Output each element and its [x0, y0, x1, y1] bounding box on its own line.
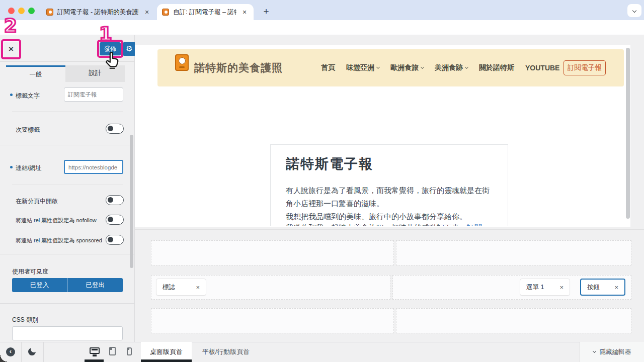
nav-europe[interactable]: 歐洲食旅 [390, 63, 424, 72]
tab-general[interactable]: 一般 [6, 65, 65, 81]
chip-close-icon[interactable]: × [614, 284, 618, 291]
tab-title: 自訂: 訂閱電子報 – 諾特斯的美 [173, 8, 236, 17]
annotation-step-2: 2 [4, 15, 17, 37]
nav-asia[interactable]: 味遊亞洲 [346, 63, 379, 72]
divider [135, 229, 644, 230]
newsletter-paragraphs: 有人說旅行是為了看風景，而我常覺得，旅行的靈魂就是在街角小店裡那一口驚喜的滋味。… [286, 184, 496, 223]
field-css-class: CSS 類別 [12, 316, 38, 324]
hide-editor-button[interactable]: 隱藏編輯器 [580, 342, 644, 362]
gear-icon[interactable]: ⚙ [123, 42, 136, 56]
desktop-device-icon[interactable] [90, 347, 100, 354]
field-open-new-tab: 在新分頁中開啟 [16, 197, 58, 206]
divider [0, 303, 135, 304]
tab-close-icon[interactable]: × [240, 8, 249, 16]
site-favicon-icon [46, 9, 53, 16]
divider [12, 111, 123, 112]
new-tab-button[interactable]: + [261, 6, 272, 17]
site-favicon-icon [162, 9, 169, 16]
builder-empty-cell[interactable] [396, 308, 631, 333]
annotation-step-1: 1 [99, 23, 112, 45]
builder-chip-logo[interactable]: 標誌 × [156, 279, 206, 296]
tab-desktop-header[interactable]: 桌面版頁首 [141, 342, 192, 362]
field-rel-nofollow: 將連結 rel 屬性值設定為 nofollow [16, 217, 97, 224]
chevron-down-icon [421, 65, 424, 69]
tab-tablet-mobile-header[interactable]: 平板/行動版頁首 [194, 342, 258, 362]
chip-close-icon[interactable]: × [196, 284, 200, 291]
rel-sponsored-toggle[interactable] [106, 235, 124, 245]
css-class-input[interactable] [12, 326, 123, 340]
builder-empty-cell[interactable] [151, 240, 394, 265]
builder-empty-cell[interactable] [396, 240, 631, 265]
rel-nofollow-toggle[interactable] [106, 215, 124, 225]
tab-search-chevron-button[interactable] [627, 4, 641, 17]
chip-label: 選單 1 [526, 283, 544, 292]
site-header: 諾特斯的美食護照 首頁 味遊亞洲 歐洲食旅 美洲食跡 關於諾特斯 YOUTUBE… [157, 49, 624, 86]
chip-label: 按鈕 [587, 283, 600, 292]
sidebar-scrollbar[interactable] [130, 135, 133, 268]
builder-chip-button[interactable]: 按鈕 × [580, 279, 625, 296]
tab-title: 訂閱電子報 - 諾特斯的美食護照 [57, 8, 139, 17]
chevron-down-icon [465, 65, 468, 69]
tab-close-icon[interactable]: × [143, 8, 151, 16]
paragraph: 我想把我品嚐到的美味、旅行中的小故事都分享給你。 [286, 210, 496, 223]
clipped-paragraph: 我邀你和我一起踏上美食旅程，把味蕾的感動記下來。訂閱 [286, 223, 496, 226]
divider [0, 145, 135, 145]
modified-dot [10, 166, 13, 168]
open-new-tab-toggle[interactable] [106, 195, 124, 205]
user-visibility-segmented: 已登入 已登出 [12, 278, 123, 292]
chip-label: 標誌 [163, 283, 175, 292]
window-close-button[interactable] [8, 8, 15, 14]
divider [43, 342, 44, 362]
secondary-label-toggle[interactable] [106, 124, 124, 134]
divider [21, 342, 22, 362]
subscribe-cta-button[interactable]: 訂閱電子報 [564, 60, 606, 75]
newsletter-card: 諾特斯電子報 有人說旅行是為了看風景，而我常覺得，旅行的靈魂就是在街角小店裡那一… [270, 144, 508, 226]
field-label-text: 標籤文字 [16, 92, 40, 100]
chevron-down-icon [593, 349, 596, 353]
site-title[interactable]: 諾特斯的美食護照 [194, 49, 283, 86]
tablet-device-icon[interactable] [109, 347, 116, 355]
window-zoom-button[interactable] [28, 8, 35, 14]
nav-about[interactable]: 關於諾特斯 [479, 63, 514, 72]
window-corner [0, 355, 7, 362]
browser-tab-newsletter[interactable]: 訂閱電子報 - 諾特斯的美食護照 × [41, 4, 156, 20]
nav-america[interactable]: 美洲食跡 [435, 63, 468, 72]
modified-dot [10, 94, 13, 96]
inline-link[interactable]: 訂閱 [467, 223, 482, 226]
app-window: 訂閱電子報 - 諾特斯的美食護照 × 自訂: 訂閱電子報 – 諾特斯的美 × +… [0, 0, 644, 362]
browser-toolbar: → notesblogdemo.com/wp-admin/customize.p… [0, 20, 644, 35]
collapse-panel-icon[interactable]: ‹ [6, 347, 15, 356]
window-minimize-button[interactable] [18, 8, 25, 14]
hide-editor-label: 隱藏編輯器 [600, 348, 631, 356]
newsletter-heading: 諾特斯電子報 [286, 155, 373, 173]
chevron-down-icon [632, 9, 636, 13]
link-url-input[interactable]: https://notesblogde [64, 160, 123, 174]
label-text-input[interactable]: 訂閱電子報 [64, 87, 123, 102]
field-user-visibility: 使用者可見度 [12, 267, 48, 276]
active-tab-underline [141, 359, 192, 362]
site-logo-passport-icon[interactable] [175, 54, 189, 71]
browser-tab-customizer[interactable]: 自訂: 訂閱電子報 – 諾特斯的美 × [157, 4, 254, 20]
field-link-url: 連結/網址 [16, 164, 41, 172]
logged-out-button[interactable]: 已登出 [67, 278, 123, 292]
field-rel-sponsored: 將連結 rel 屬性值設定為 sponsored [16, 237, 102, 244]
site-nav: 首頁 味遊亞洲 歐洲食旅 美洲食跡 關於諾特斯 YOUTUBE [321, 49, 559, 86]
logged-in-button[interactable]: 已登入 [12, 278, 67, 292]
divider [0, 254, 135, 254]
builder-empty-cell[interactable] [151, 308, 394, 333]
browser-tabstrip: 訂閱電子報 - 諾特斯的美食護照 × 自訂: 訂閱電子報 – 諾特斯的美 × + [0, 0, 644, 20]
nav-youtube[interactable]: YOUTUBE [525, 64, 559, 72]
phone-device-icon[interactable] [127, 347, 132, 355]
divider [12, 184, 123, 185]
chevron-down-icon [376, 65, 380, 69]
builder-chip-menu[interactable]: 選單 1 × [520, 279, 570, 296]
cursor-hand-icon [103, 50, 121, 70]
annotation-box-close [1, 39, 21, 59]
paragraph: 有人說旅行是為了看風景，而我常覺得，旅行的靈魂就是在街角小店裡那一口驚喜的滋味。 [286, 184, 496, 210]
dark-mode-moon-icon[interactable] [28, 348, 36, 355]
active-device-underline [85, 359, 104, 362]
field-secondary-label: 次要標籤 [16, 126, 40, 134]
chip-close-icon[interactable]: × [559, 284, 564, 291]
nav-home[interactable]: 首頁 [321, 63, 335, 72]
preview-scrollbar[interactable] [626, 48, 630, 219]
